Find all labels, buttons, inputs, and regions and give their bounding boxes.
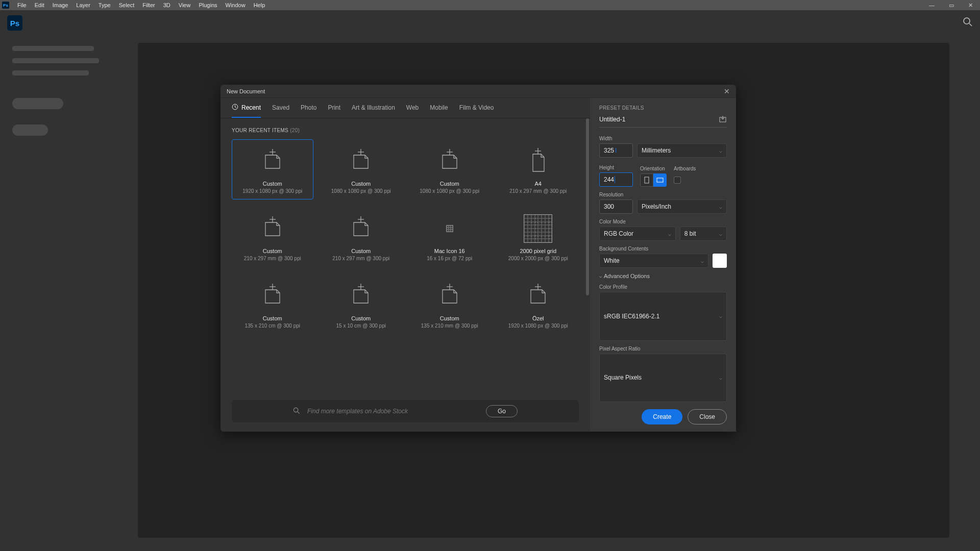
preset-thumb-icon	[435, 282, 464, 310]
window-controls: — ▭ ✕	[925, 0, 977, 10]
color-mode-select[interactable]: RGB Color⌵	[599, 227, 676, 241]
chevron-down-icon: ⌵	[719, 313, 722, 319]
presets-area: YOUR RECENT ITEMS (20) Custom1920 x 1080…	[220, 118, 590, 395]
tab-recent[interactable]: Recent	[232, 98, 261, 118]
menu-image[interactable]: Image	[48, 2, 72, 8]
category-tabs: RecentSavedPhotoPrintArt & IllustrationW…	[220, 98, 590, 118]
preset-thumb-icon	[258, 147, 287, 176]
menu-view[interactable]: View	[175, 2, 195, 8]
tab-film-video[interactable]: Film & Video	[459, 98, 494, 118]
save-preset-icon[interactable]	[719, 115, 727, 124]
panel-title: PRESET DETAILS	[599, 105, 727, 111]
preset-item[interactable]: Custom210 x 297 mm @ 300 ppi	[232, 207, 313, 267]
preset-dims: 210 x 297 mm @ 300 ppi	[509, 188, 567, 194]
minimize-icon[interactable]: —	[925, 2, 939, 8]
stock-search-placeholder[interactable]: Find more templates on Adobe Stock	[307, 408, 479, 415]
scrollbar[interactable]	[586, 118, 589, 395]
preset-dims: 135 x 210 cm @ 300 ppi	[244, 323, 300, 329]
maximize-icon[interactable]: ▭	[945, 2, 958, 9]
tab-photo[interactable]: Photo	[301, 98, 316, 118]
preset-thumb-icon	[347, 282, 375, 310]
bit-depth-select[interactable]: 8 bit⌵	[680, 227, 727, 241]
close-window-icon[interactable]: ✕	[964, 2, 977, 9]
width-input[interactable]: 325I	[599, 143, 633, 158]
document-name-input[interactable]: Untitled-1	[599, 116, 715, 123]
menu-help[interactable]: Help	[250, 2, 270, 8]
menu-3d[interactable]: 3D	[159, 2, 175, 8]
search-icon[interactable]	[963, 17, 973, 30]
tab-print[interactable]: Print	[328, 98, 340, 118]
preset-name: Custom	[440, 315, 459, 321]
menu-window[interactable]: Window	[222, 2, 250, 8]
svg-rect-27	[657, 178, 663, 182]
skeleton-line	[12, 58, 99, 63]
color-profile-select[interactable]: sRGB IEC61966-2.1⌵	[599, 292, 727, 341]
ps-logo-tiny: Ps	[2, 2, 9, 9]
background-contents-select[interactable]: White⌵	[599, 254, 708, 268]
preset-item[interactable]: Custom210 x 297 mm @ 300 ppi	[321, 207, 402, 267]
menu-edit[interactable]: Edit	[31, 2, 48, 8]
color-profile-label: Color Profile	[599, 284, 727, 290]
width-label: Width	[599, 136, 727, 141]
tab-mobile[interactable]: Mobile	[430, 98, 448, 118]
background-color-swatch[interactable]	[713, 254, 727, 268]
menubar: Ps FileEditImageLayerTypeSelectFilter3DV…	[0, 0, 980, 10]
preset-thumb-icon	[435, 214, 464, 243]
units-select[interactable]: Millimeters⌵	[637, 143, 727, 158]
resolution-label: Resolution	[599, 192, 727, 197]
preset-item[interactable]: Custom1080 x 1080 px @ 300 ppi	[409, 139, 491, 199]
menu-file[interactable]: File	[13, 2, 31, 8]
resolution-input[interactable]: 300	[599, 199, 633, 214]
pixel-aspect-select[interactable]: Square Pixels⌵	[599, 354, 727, 403]
preset-item[interactable]: Mac Icon 1616 x 16 px @ 72 ppi	[409, 207, 491, 267]
resolution-units-select[interactable]: Pixels/Inch⌵	[637, 199, 727, 214]
preset-item[interactable]: 2000 pixel grid2000 x 2000 px @ 300 ppi	[498, 207, 579, 267]
preset-name: Özel	[532, 315, 544, 321]
preset-name: Custom	[440, 181, 459, 187]
preset-dims: 135 x 210 mm @ 300 ppi	[421, 323, 478, 329]
preset-item[interactable]: Custom135 x 210 cm @ 300 ppi	[232, 274, 313, 334]
artboards-checkbox[interactable]	[674, 177, 681, 184]
go-button[interactable]: Go	[486, 405, 518, 417]
preset-thumb-icon	[258, 214, 287, 243]
create-button[interactable]: Create	[642, 409, 682, 424]
preset-item[interactable]: Custom1080 x 1080 px @ 300 ppi	[321, 139, 402, 199]
height-label: Height	[599, 165, 633, 170]
preset-item[interactable]: Özel1920 x 1080 px @ 300 ppi	[498, 274, 579, 334]
preset-thumb-icon	[524, 214, 552, 243]
orientation-label: Orientation	[640, 166, 667, 171]
tab-saved[interactable]: Saved	[272, 98, 289, 118]
home-sidebar	[0, 36, 128, 545]
preset-thumb-icon	[524, 147, 552, 176]
chevron-down-icon: ⌵	[719, 375, 722, 381]
tab-web[interactable]: Web	[406, 98, 419, 118]
chevron-down-icon: ⌵	[701, 258, 704, 264]
preset-name: Custom	[263, 181, 282, 187]
preset-name: Custom	[351, 315, 371, 321]
orientation-portrait-button[interactable]	[640, 173, 653, 187]
preset-thumb-icon	[258, 282, 287, 310]
preset-item[interactable]: Custom1920 x 1080 px @ 300 ppi	[232, 139, 313, 199]
menu-plugins[interactable]: Plugins	[194, 2, 221, 8]
preset-thumb-icon	[524, 282, 552, 310]
advanced-options-toggle[interactable]: ⌵ Advanced Options	[599, 273, 727, 279]
tab-art-illustration[interactable]: Art & Illustration	[352, 98, 395, 118]
preset-dims: 210 x 297 mm @ 300 ppi	[244, 256, 301, 261]
svg-point-23	[293, 408, 298, 412]
preset-item[interactable]: Custom135 x 210 mm @ 300 ppi	[409, 274, 491, 334]
preset-dims: 980 x 551 px @ 300 ppi	[508, 323, 568, 329]
preset-thumb-icon	[347, 147, 375, 176]
bgcontents-label: Background Contents	[599, 246, 727, 252]
orientation-landscape-button[interactable]	[653, 173, 667, 187]
menu-filter[interactable]: Filter	[138, 2, 159, 8]
preset-dims: 980 x 551 px @ 300 ppi	[242, 188, 302, 194]
svg-line-24	[298, 412, 300, 414]
close-button[interactable]: Close	[688, 409, 727, 424]
menu-layer[interactable]: Layer	[72, 2, 94, 8]
close-icon[interactable]: ✕	[724, 87, 730, 95]
menu-type[interactable]: Type	[94, 2, 115, 8]
preset-item[interactable]: Custom15 x 10 cm @ 300 ppi	[321, 274, 402, 334]
height-input[interactable]: 244	[599, 172, 633, 187]
preset-item[interactable]: A4210 x 297 mm @ 300 ppi	[498, 139, 579, 199]
menu-select[interactable]: Select	[115, 2, 139, 8]
